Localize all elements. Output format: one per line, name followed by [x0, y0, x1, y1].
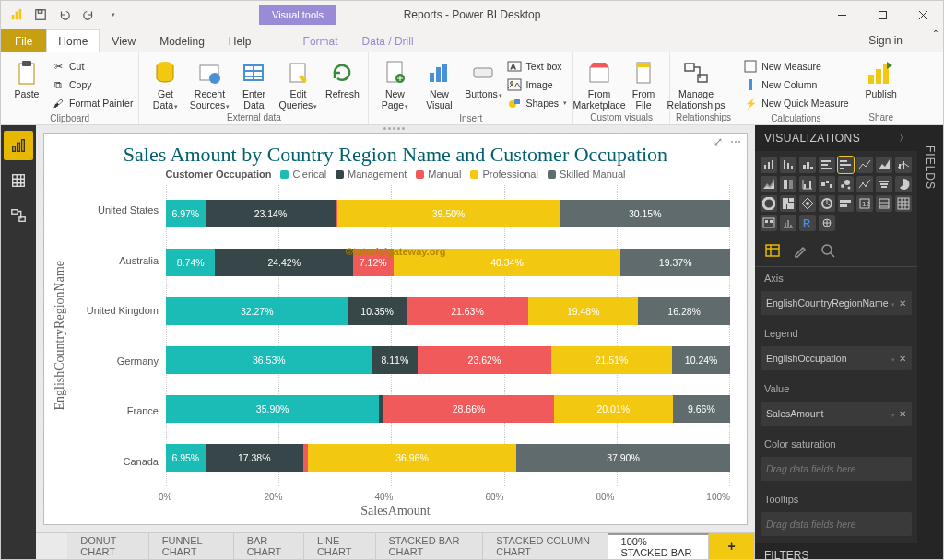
viz-type-button[interactable]: [856, 157, 873, 173]
viz-type-button[interactable]: [895, 195, 912, 212]
from-marketplace-button[interactable]: From Marketplace: [579, 54, 620, 111]
bar-segment[interactable]: 6.97%: [166, 200, 206, 228]
format-painter-button[interactable]: 🖌Format Painter: [51, 95, 133, 111]
sign-in-link[interactable]: Sign in: [868, 29, 943, 52]
more-options-icon[interactable]: ⋯: [730, 135, 741, 148]
viz-type-button[interactable]: R: [799, 215, 816, 231]
tooltips-well[interactable]: Drag data fields here: [761, 512, 912, 536]
bar-segment[interactable]: 10.24%: [672, 346, 730, 374]
viz-type-button[interactable]: 12: [856, 195, 873, 212]
viz-type-button[interactable]: [761, 195, 777, 212]
remove-icon[interactable]: ✕: [899, 354, 906, 364]
manage-relationships-button[interactable]: Manage Relationships: [676, 54, 716, 111]
bar-segment[interactable]: 23.14%: [206, 200, 336, 228]
bar-segment[interactable]: 9.66%: [673, 395, 730, 423]
from-file-button[interactable]: From File: [623, 54, 664, 111]
tab-help[interactable]: Help: [217, 29, 264, 52]
viz-type-button[interactable]: [876, 176, 892, 192]
bar-segment[interactable]: 32.27%: [166, 298, 348, 325]
fields-tab-icon[interactable]: [764, 242, 781, 261]
viz-type-button[interactable]: [838, 195, 855, 212]
bar-row[interactable]: 8.74%24.42%7.12%40.34%19.37%: [166, 249, 730, 276]
page-tab[interactable]: DONUT CHART: [67, 533, 148, 559]
bar-segment[interactable]: 8.11%: [372, 346, 419, 374]
tab-file[interactable]: File: [1, 29, 46, 52]
bar-segment[interactable]: 19.48%: [528, 298, 638, 325]
bar-segment[interactable]: 28.66%: [384, 395, 554, 423]
visual-drag-handle[interactable]: [384, 127, 407, 133]
tab-format[interactable]: Format: [291, 29, 350, 52]
recent-sources-button[interactable]: Recent Sources▾: [189, 54, 230, 111]
viz-type-button[interactable]: [819, 176, 835, 192]
bar-segment[interactable]: 23.62%: [418, 346, 551, 374]
page-tab[interactable]: 100% STACKED BAR: [608, 533, 710, 559]
collapse-ribbon-icon[interactable]: ˆ: [934, 29, 938, 42]
tab-modeling[interactable]: Modeling: [148, 29, 217, 52]
page-tab[interactable]: FUNNEL CHART: [149, 533, 234, 559]
refresh-button[interactable]: Refresh: [322, 54, 362, 100]
data-view-button[interactable]: [4, 166, 33, 195]
image-button[interactable]: Image: [507, 76, 567, 93]
tab-view[interactable]: View: [100, 29, 148, 52]
bar-row[interactable]: 6.97%23.14%39.50%30.15%: [166, 200, 730, 228]
page-tab[interactable]: STACKED COLUMN CHART: [483, 533, 608, 559]
viz-type-button[interactable]: [780, 195, 796, 212]
legend-item[interactable]: Professional: [470, 169, 538, 180]
model-view-button[interactable]: [4, 201, 33, 230]
text-box-button[interactable]: AText box: [507, 58, 567, 75]
bar-row[interactable]: 36.53%8.11%23.62%21.51%10.24%: [166, 346, 730, 374]
new-visual-button[interactable]: New Visual: [419, 54, 459, 111]
maximize-button[interactable]: [862, 1, 903, 29]
add-page-button[interactable]: +: [709, 533, 755, 559]
analytics-tab-icon[interactable]: [820, 242, 836, 261]
bar-segment[interactable]: 19.37%: [620, 249, 730, 276]
minimize-button[interactable]: [821, 1, 862, 29]
bar-segment[interactable]: 21.51%: [551, 346, 673, 374]
bar-segment[interactable]: 7.12%: [353, 249, 394, 276]
new-measure-button[interactable]: New Measure: [743, 58, 849, 75]
viz-type-button[interactable]: [819, 215, 835, 231]
bar-segment[interactable]: 10.35%: [348, 298, 406, 325]
undo-icon[interactable]: [54, 5, 75, 25]
bar-segment[interactable]: 16.28%: [638, 298, 730, 325]
page-tab[interactable]: LINE CHART: [304, 533, 376, 559]
qat-more-icon[interactable]: ▾: [102, 5, 123, 25]
viz-type-button[interactable]: [761, 157, 777, 173]
viz-type-button[interactable]: [819, 157, 835, 173]
bar-segment[interactable]: 21.63%: [407, 298, 528, 325]
copy-button[interactable]: ⧉Copy: [51, 76, 133, 93]
color-saturation-well[interactable]: Drag data fields here: [761, 457, 912, 481]
bar-segment[interactable]: 35.90%: [166, 395, 379, 423]
bar-segment[interactable]: 8.74%: [166, 249, 215, 276]
legend-item[interactable]: Skilled Manual: [548, 169, 626, 180]
format-tab-icon[interactable]: [792, 242, 808, 261]
save-icon[interactable]: [30, 5, 51, 25]
bar-segment[interactable]: 20.01%: [554, 395, 673, 423]
bar-segment[interactable]: 30.15%: [560, 200, 730, 228]
viz-type-button[interactable]: [895, 176, 912, 192]
viz-type-button[interactable]: [838, 176, 855, 192]
legend-item[interactable]: Manual: [416, 169, 461, 180]
viz-type-button[interactable]: [780, 176, 796, 192]
viz-type-button[interactable]: [761, 176, 777, 192]
bar-row[interactable]: 35.90%28.66%20.01%9.66%: [166, 395, 730, 423]
legend-item[interactable]: Clerical: [280, 169, 326, 180]
viz-type-button[interactable]: [856, 176, 873, 192]
publish-button[interactable]: Publish: [861, 54, 902, 100]
report-canvas[interactable]: ⤢ ⋯ Sales Amount by Country Region Name …: [43, 133, 748, 525]
bar-segment[interactable]: 37.90%: [516, 444, 730, 472]
visualizations-header[interactable]: VISUALIZATIONS〉: [755, 125, 917, 151]
enter-data-button[interactable]: Enter Data: [233, 54, 274, 111]
focus-mode-icon[interactable]: ⤢: [714, 135, 723, 148]
viz-type-button[interactable]: [819, 195, 835, 212]
report-view-button[interactable]: [4, 131, 33, 160]
new-page-button[interactable]: New Page▾: [374, 54, 415, 111]
get-data-button[interactable]: Get Data▾: [145, 54, 185, 111]
bar-segment[interactable]: 39.50%: [337, 200, 560, 228]
tab-home[interactable]: Home: [46, 29, 100, 52]
viz-type-button[interactable]: [876, 195, 892, 212]
bar-segment[interactable]: 40.34%: [394, 249, 621, 276]
viz-type-button[interactable]: [799, 157, 816, 173]
redo-icon[interactable]: [78, 5, 99, 25]
bar-row[interactable]: 32.27%10.35%21.63%19.48%16.28%: [166, 298, 730, 325]
